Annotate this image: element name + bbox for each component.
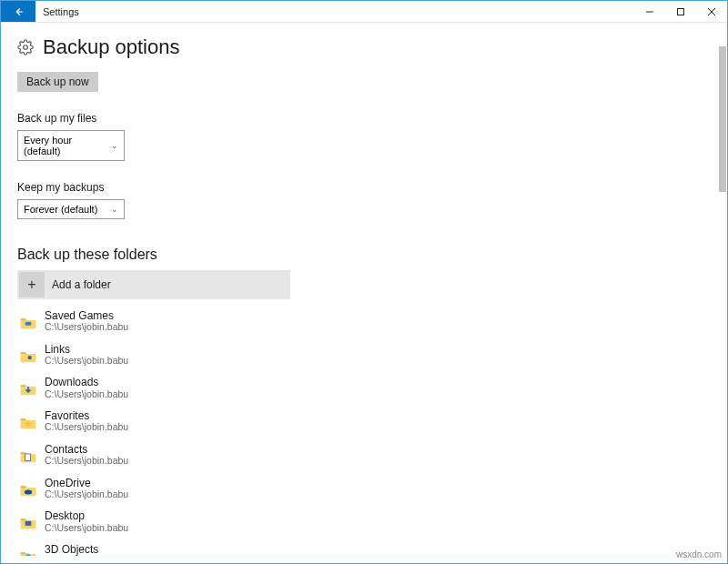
folder-item[interactable]: 3D Objects C:\Users\jobin.babu [17,539,711,556]
backup-frequency-value: Every hour (default) [24,135,111,156]
window-controls [634,1,727,22]
folder-texts: Saved Games C:\Users\jobin.babu [45,310,128,333]
keep-backups-value: Forever (default) [24,204,97,215]
svg-point-5 [24,45,28,50]
svg-rect-8 [25,454,31,461]
maximize-button[interactable] [665,1,696,23]
page-header: Backup options [17,35,711,59]
scrollbar[interactable] [719,46,726,192]
folder-texts: Links C:\Users\jobin.babu [45,344,128,367]
titlebar: Settings [1,1,727,23]
window-title: Settings [35,1,634,22]
folder-item[interactable]: Desktop C:\Users\jobin.babu [17,505,711,539]
chevron-down-icon: ⌄ [111,205,118,214]
folder-name: Desktop [45,510,128,522]
folder-name: OneDrive [45,478,128,489]
folder-icon [19,315,35,328]
folders-section-title: Back up these folders [17,247,711,263]
folder-name: Links [45,344,128,356]
watermark: wsxdn.com [676,549,722,559]
backup-frequency-label: Back up my files [17,112,711,125]
folder-name: Downloads [45,377,128,388]
folder-texts: Downloads C:\Users\jobin.babu [45,377,128,399]
folder-item[interactable]: Favorites C:\Users\jobin.babu [17,405,711,438]
add-folder-label: Add a folder [52,278,111,291]
folder-path: C:\Users\jobin.babu [45,489,128,500]
minimize-button[interactable] [634,1,665,23]
folder-item[interactable]: Downloads C:\Users\jobin.babu [17,371,711,405]
folder-path: C:\Users\jobin.babu [45,523,128,534]
folder-item[interactable]: OneDrive C:\Users\jobin.babu [17,472,711,506]
plus-icon: + [19,272,45,297]
svg-rect-2 [678,8,684,15]
folder-list: Saved Games C:\Users\jobin.babu Links C:… [17,305,711,556]
folder-icon [19,381,35,395]
svg-point-9 [25,489,32,494]
folder-texts: 3D Objects C:\Users\jobin.babu [45,544,128,556]
gear-icon [17,39,34,55]
chevron-down-icon: ⌄ [111,141,118,150]
folder-icon [19,415,35,428]
svg-point-7 [28,356,32,359]
close-button[interactable] [696,1,727,23]
folder-item[interactable]: Saved Games C:\Users\jobin.babu [17,305,711,338]
keep-backups-label: Keep my backups [17,181,711,194]
minimize-icon [645,7,654,16]
folder-name: 3D Objects [45,544,128,556]
backup-now-button[interactable]: Back up now [17,72,98,92]
maximize-icon [676,7,685,16]
keep-backups-select[interactable]: Forever (default) ⌄ [17,199,125,219]
folder-path: C:\Users\jobin.babu [45,422,128,433]
svg-rect-6 [25,322,32,326]
backup-frequency-select[interactable]: Every hour (default) ⌄ [17,130,125,161]
folder-texts: OneDrive C:\Users\jobin.babu [45,478,128,500]
add-folder-button[interactable]: + Add a folder [17,270,290,299]
folder-item[interactable]: Links C:\Users\jobin.babu [17,338,711,372]
svg-rect-10 [25,521,32,526]
folder-texts: Desktop C:\Users\jobin.babu [45,510,128,533]
folder-path: C:\Users\jobin.babu [45,322,128,333]
folder-icon [19,549,35,556]
folder-item[interactable]: Contacts C:\Users\jobin.babu [17,438,711,472]
back-button[interactable] [1,1,35,22]
folder-icon [19,448,35,462]
arrow-left-icon [12,5,25,18]
folder-texts: Contacts C:\Users\jobin.babu [45,444,128,467]
folder-texts: Favorites C:\Users\jobin.babu [45,410,128,433]
page-title: Backup options [43,35,179,59]
close-icon [707,7,716,16]
folder-path: C:\Users\jobin.babu [45,456,128,467]
folder-path: C:\Users\jobin.babu [45,389,128,400]
folder-icon [19,515,35,529]
folder-icon [19,348,35,362]
folder-path: C:\Users\jobin.babu [45,356,128,367]
folder-icon [19,482,35,496]
content-area: Backup options Back up now Back up my fi… [1,23,727,556]
